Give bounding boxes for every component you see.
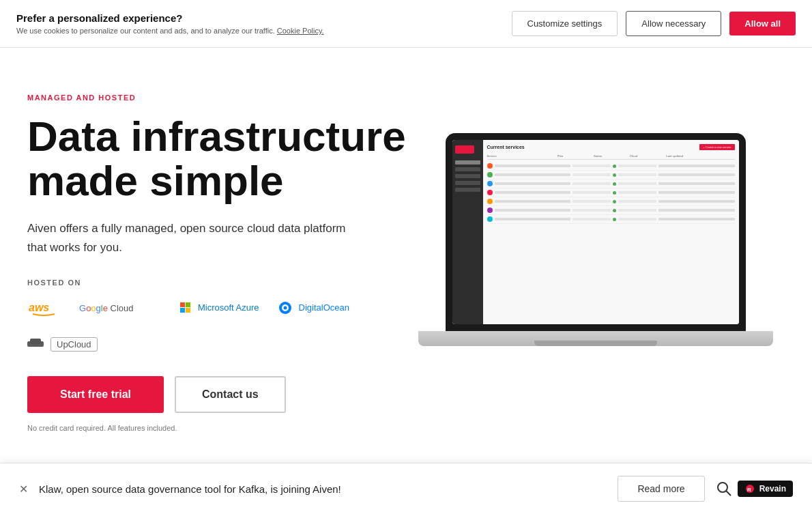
- svg-point-8: [283, 306, 287, 309]
- hero-section: MANAGED AND HOSTED Data infrastructure m…: [0, 48, 812, 485]
- aws-icon: aws: [27, 298, 60, 318]
- service-dot: [487, 208, 493, 213]
- revain-label: Revain: [759, 484, 786, 485]
- allow-necessary-button[interactable]: Allow necessary: [626, 11, 721, 36]
- customize-settings-button[interactable]: Customize settings: [512, 11, 618, 36]
- cloud-logo-aws: aws: [27, 298, 60, 318]
- service-dot: [487, 163, 493, 169]
- cta-buttons: Start free trial Contact us: [27, 376, 406, 413]
- cloud-logos: aws Google Cloud: [27, 298, 406, 352]
- mini-header: Current services + Create a new service: [487, 144, 735, 150]
- hero-headline-line1: Data infrastructure: [27, 113, 406, 160]
- revain-search-icon: [716, 481, 732, 485]
- service-dot: [487, 190, 493, 195]
- notification-bar: ✕ Klaw, open source data governance tool…: [0, 463, 812, 485]
- mini-sidebar: [452, 140, 483, 324]
- mini-table-header: Service Plan Status Cloud Last updated: [487, 154, 735, 160]
- cookie-banner-desc: We use cookies to personalize our conten…: [16, 27, 512, 35]
- svg-rect-4: [180, 308, 185, 313]
- table-row: [487, 180, 735, 188]
- contact-us-button[interactable]: Contact us: [175, 376, 286, 413]
- hero-subtext: Aiven offers a fully managed, open sourc…: [27, 219, 355, 256]
- svg-rect-10: [30, 339, 41, 344]
- read-more-button[interactable]: Read more: [618, 476, 704, 485]
- mini-services-table: Service Plan Status Cloud Last updated: [487, 154, 735, 224]
- service-name: [495, 165, 571, 167]
- hosted-on-label: HOSTED ON: [27, 279, 406, 287]
- revain-badge[interactable]: R Revain: [738, 481, 793, 485]
- hero-headline: Data infrastructure made simple: [27, 114, 406, 203]
- mini-sidebar-item-4: [455, 181, 480, 185]
- mini-sidebar-item-2: [455, 167, 480, 171]
- revain-branding: R Revain: [716, 481, 793, 485]
- laptop-screen-inner: Current services + Create a new service …: [452, 140, 739, 324]
- cookie-policy-link[interactable]: Cookie Policy.: [277, 27, 324, 35]
- digitalocean-icon: [278, 301, 292, 315]
- svg-text:aws: aws: [29, 302, 49, 313]
- laptop-screen-outer: Current services + Create a new service …: [446, 133, 746, 331]
- notification-left: ✕ Klaw, open source data governance tool…: [19, 483, 341, 485]
- svg-rect-5: [186, 308, 190, 313]
- start-trial-button[interactable]: Start free trial: [27, 376, 164, 413]
- table-row: [487, 197, 735, 206]
- table-row: [487, 162, 735, 171]
- cookie-banner: Prefer a personalized experience? We use…: [0, 0, 812, 48]
- cloud-logo-do: DigitalOcean: [278, 301, 349, 315]
- mini-new-service-btn: + Create a new service: [699, 144, 734, 150]
- revain-logo-icon: R: [744, 483, 755, 485]
- mini-aiven-logo: [455, 145, 474, 154]
- cookie-text-block: Prefer a personalized experience? We use…: [16, 12, 512, 35]
- service-dot: [487, 172, 493, 177]
- hero-left: MANAGED AND HOSTED Data infrastructure m…: [27, 94, 406, 432]
- cookie-buttons: Customize settings Allow necessary Allow…: [512, 11, 796, 36]
- mini-sidebar-item-1: [455, 160, 480, 165]
- table-row: [487, 206, 735, 215]
- service-dot: [487, 199, 493, 204]
- upcloud-icon: [27, 339, 44, 349]
- google-cloud-icon: Google Cloud: [79, 300, 161, 316]
- service-dot: [487, 181, 493, 186]
- svg-point-11: [718, 483, 727, 485]
- table-row: [487, 188, 735, 197]
- notification-close-button[interactable]: ✕: [19, 483, 28, 485]
- mini-main-content: Current services + Create a new service …: [483, 140, 739, 324]
- mini-dashboard: Current services + Create a new service …: [452, 140, 739, 324]
- notification-right: Read more R Revain: [618, 476, 793, 485]
- mini-dashboard-title: Current services: [487, 145, 525, 149]
- laptop-illustration: Current services + Create a new service …: [418, 133, 773, 392]
- table-row: [487, 171, 735, 180]
- cookie-banner-title: Prefer a personalized experience?: [16, 12, 512, 24]
- notification-text: Klaw, open source data governance tool f…: [39, 483, 341, 485]
- cloud-logo-azure: Microsoft Azure: [180, 302, 259, 313]
- cloud-logo-google: Google Cloud: [79, 300, 161, 316]
- hero-right: Current services + Create a new service …: [406, 133, 785, 392]
- upcloud-label: UpCloud: [50, 337, 98, 352]
- do-label: DigitalOcean: [299, 302, 349, 313]
- no-credit-note: No credit card required. All features in…: [27, 424, 406, 432]
- laptop-base: [418, 331, 773, 346]
- svg-rect-3: [186, 302, 190, 307]
- hero-headline-line2: made simple: [27, 157, 284, 204]
- svg-text:Google
             Cloud: Google Cloud: [79, 303, 134, 313]
- mini-sidebar-item-5: [455, 188, 480, 192]
- cloud-logo-upcloud: UpCloud: [27, 337, 98, 352]
- mini-sidebar-item-3: [455, 174, 480, 178]
- allow-all-button[interactable]: Allow all: [729, 12, 796, 35]
- svg-rect-2: [180, 302, 185, 307]
- azure-icon: [180, 302, 191, 313]
- azure-label: Microsoft Azure: [198, 302, 259, 313]
- table-row: [487, 215, 735, 224]
- managed-label: MANAGED AND HOSTED: [27, 94, 406, 102]
- service-dot: [487, 216, 493, 222]
